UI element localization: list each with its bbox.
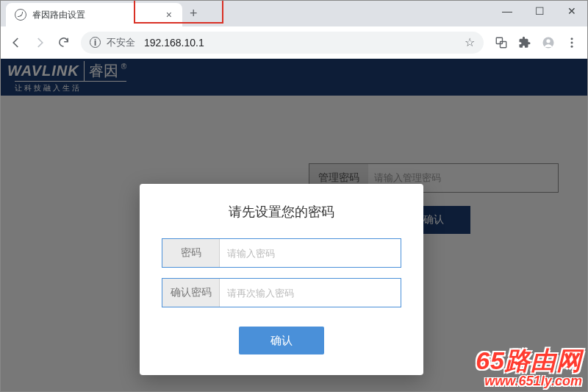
globe-icon (15, 9, 26, 21)
watermark: 65路由网 www.651ly.com (476, 344, 582, 389)
extensions-icon[interactable] (514, 32, 535, 53)
svg-point-6 (571, 45, 573, 47)
window-controls: — ☐ ✕ (491, 0, 588, 22)
info-icon[interactable]: i (90, 37, 101, 48)
confirm-password-input[interactable] (220, 279, 401, 307)
svg-point-4 (571, 38, 573, 40)
translate-icon[interactable] (491, 32, 512, 53)
back-button[interactable] (6, 32, 26, 53)
browser-tab[interactable]: 睿因路由设置 × (6, 3, 182, 26)
address-bar: i 不安全 192.168.10.1 ☆ (0, 26, 588, 59)
set-password-modal: 请先设置您的密码 密码 确认密码 确认 (140, 184, 423, 375)
forward-button[interactable] (29, 32, 50, 53)
confirm-password-field: 确认密码 (162, 278, 401, 307)
new-tab-button[interactable]: + (182, 3, 205, 24)
insecure-label: 不安全 (107, 36, 135, 49)
close-tab-icon[interactable]: × (163, 7, 175, 22)
reload-button[interactable] (53, 32, 74, 53)
svg-rect-1 (501, 41, 506, 47)
bookmark-star-icon[interactable]: ☆ (465, 35, 475, 49)
watermark-url: www.651ly.com (476, 374, 582, 389)
omnibox[interactable]: i 不安全 192.168.10.1 ☆ (81, 32, 484, 54)
password-input[interactable] (220, 239, 401, 267)
url-text: 192.168.10.1 (141, 36, 207, 49)
tab-title: 睿因路由设置 (32, 9, 163, 21)
svg-point-5 (571, 41, 573, 43)
maximize-button[interactable]: ☐ (523, 0, 556, 22)
password-label: 密码 (162, 239, 220, 267)
confirm-button[interactable]: 确认 (239, 327, 324, 354)
menu-icon[interactable] (562, 32, 582, 53)
password-field: 密码 (162, 238, 401, 268)
browser-chrome: 睿因路由设置 × + — ☐ ✕ i 不安全 192.168.10.1 ☆ (0, 0, 588, 59)
minimize-button[interactable]: — (491, 0, 523, 22)
modal-title: 请先设置您的密码 (162, 203, 401, 221)
close-window-button[interactable]: ✕ (556, 0, 588, 22)
titlebar: 睿因路由设置 × + — ☐ ✕ (0, 0, 588, 26)
svg-rect-0 (496, 38, 502, 43)
profile-icon[interactable] (538, 32, 559, 53)
page-viewport: WAVLINK 睿因 ® 让科技融入生活 管理密码 请输入管理密码 确认 请先设… (0, 59, 588, 392)
svg-point-3 (546, 39, 550, 43)
confirm-password-label: 确认密码 (162, 279, 220, 307)
